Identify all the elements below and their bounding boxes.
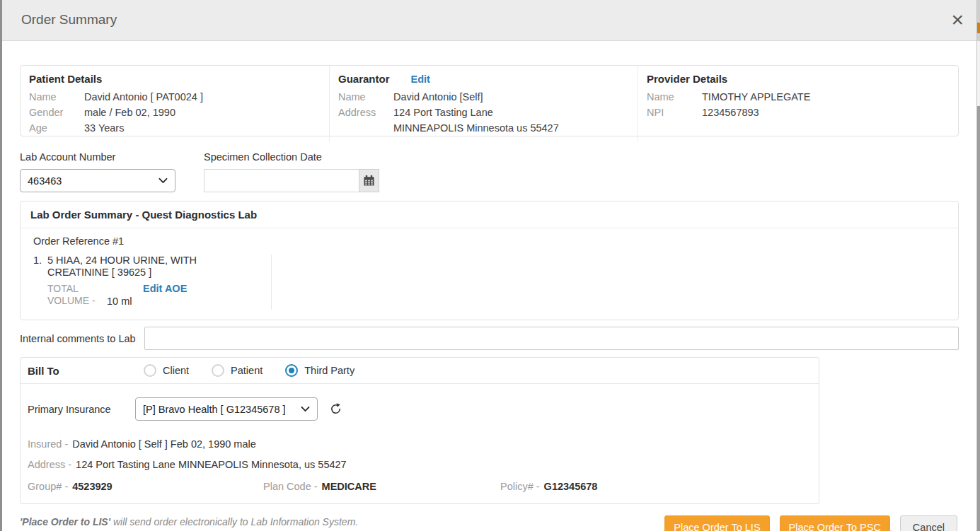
page-title: Order Summary (21, 12, 117, 28)
radio-option-patient[interactable]: Patient (212, 364, 263, 377)
plan-code-label: Plan Code - (263, 481, 318, 492)
modal-header: Order Summary × (2, 0, 976, 41)
bill-to-box: Bill To Client Patient Third Party (20, 357, 819, 504)
modal-content: Patient Details Name David Antonio [ PAT… (2, 65, 976, 531)
patient-age-label: Age (29, 120, 84, 136)
provider-npi-value: 1234567893 (702, 105, 759, 120)
group-number-value: 4523929 (72, 481, 112, 492)
guarantor-edit-link[interactable]: Edit (411, 74, 430, 85)
order-summary-modal: Order Summary × Patient Details Name Dav… (2, 0, 977, 531)
provider-name-value: TIMOTHY APPLEGATE (702, 89, 810, 105)
insurance-address-label: Address - (28, 458, 71, 471)
guarantor-name-label: Name (338, 89, 393, 105)
lab-order-summary-title: Lab Order Summary - Quest Diagnostics La… (21, 202, 958, 228)
internal-comments-label: Internal comments to Lab (20, 333, 144, 344)
refresh-icon (329, 402, 342, 416)
provider-npi-label: NPI (647, 105, 702, 120)
total-volume-value: 10 ml (107, 296, 132, 307)
primary-insurance-row: Primary Insurance [P] Bravo Health [ G12… (28, 397, 812, 421)
internal-comments-input[interactable] (144, 327, 959, 350)
order-item-name: 5 HIAA, 24 HOUR URINE, WITH CREATININE [… (47, 255, 202, 279)
bill-to-header: Bill To Client Patient Third Party (21, 358, 819, 384)
specimen-date-field: Specimen Collection Date (204, 151, 379, 192)
patient-name-row: Name David Antonio [ PAT0024 ] (29, 89, 321, 105)
provider-name-label: Name (647, 89, 702, 105)
refresh-insurance-button[interactable] (329, 402, 342, 416)
radio-third-party-label: Third Party (304, 365, 354, 376)
page-edge-left (0, 0, 2, 531)
total-volume-row: TOTAL VOLUME - 10 ml Edit AOE (47, 283, 202, 307)
lab-order-summary-body: Order Reference #1 1. 5 HIAA, 24 HOUR UR… (21, 228, 958, 320)
patient-name-value: David Antonio [ PAT0024 ] (84, 89, 203, 105)
lab-account-select[interactable]: 463463 (20, 169, 175, 192)
patient-gender-row: Gender male / Feb 02, 1990 (29, 105, 321, 120)
insurance-address-value: 124 Port Tasting Lane MINNEAPOLIS Minnes… (76, 458, 347, 471)
patient-age-value: 33 Years (84, 120, 124, 136)
chevron-down-icon (301, 406, 310, 412)
insured-label: Insured - (28, 438, 68, 450)
primary-insurance-selected-value: [P] Bravo Health [ G12345678 ] (143, 404, 301, 415)
patient-age-row: Age 33 Years (29, 120, 321, 136)
radio-third-party-icon (285, 364, 298, 377)
place-order-to-psc-button[interactable]: Place Order To PSC (780, 515, 890, 531)
primary-insurance-label: Primary Insurance (28, 404, 135, 415)
provider-npi-row: NPI 1234567893 (647, 105, 950, 120)
guarantor-name-value: David Antonio [Self] (393, 89, 483, 105)
radio-option-client[interactable]: Client (144, 364, 189, 377)
order-item-index: 1. (33, 255, 47, 310)
policy-number-value: G12345678 (544, 481, 598, 492)
specimen-date-input[interactable] (204, 169, 359, 192)
footer-note-lis: 'Place Order to LIS' will send order ele… (20, 515, 664, 529)
controls-row: Lab Account Number 463463 Specimen Colle… (20, 151, 959, 192)
patient-gender-label: Gender (29, 105, 84, 120)
lab-order-summary-box: Lab Order Summary - Quest Diagnostics La… (20, 201, 959, 320)
specimen-date-label: Specimen Collection Date (204, 151, 379, 163)
insurance-address-line: Address - 124 Port Tasting Lane MINNEAPO… (28, 458, 812, 471)
cancel-button[interactable]: Cancel (900, 515, 957, 531)
insured-value: David Antonio [ Self ] Feb 02, 1990 male (72, 438, 256, 450)
provider-name-row: Name TIMOTHY APPLEGATE (647, 89, 950, 105)
patient-gender-value: male / Feb 02, 1990 (84, 105, 175, 120)
group-number-label: Group# - (28, 481, 68, 492)
radio-client-icon (144, 364, 156, 377)
footer-notes: 'Place Order to LIS' will send order ele… (20, 515, 664, 531)
footer: 'Place Order to LIS' will send order ele… (20, 515, 959, 531)
scrollbar-track[interactable] (977, 106, 980, 531)
edit-aoe-link[interactable]: Edit AOE (143, 283, 187, 294)
bill-to-body: Primary Insurance [P] Bravo Health [ G12… (21, 397, 819, 503)
bill-to-radio-group: Client Patient Third Party (144, 364, 354, 377)
patient-details-section: Patient Details Name David Antonio [ PAT… (21, 66, 330, 141)
page-edge-right-orange (977, 23, 980, 33)
primary-insurance-select[interactable]: [P] Bravo Health [ G12345678 ] (135, 397, 318, 421)
patient-details-title: Patient Details (29, 73, 102, 85)
calendar-button[interactable] (359, 169, 379, 192)
radio-client-label: Client (163, 365, 189, 376)
lab-account-field: Lab Account Number 463463 (20, 151, 175, 192)
order-reference: Order Reference #1 (33, 235, 958, 247)
lab-account-label: Lab Account Number (20, 151, 175, 163)
insured-line: Insured - David Antonio [ Self ] Feb 02,… (28, 438, 812, 450)
radio-patient-icon (212, 364, 224, 377)
info-panel: Patient Details Name David Antonio [ PAT… (20, 65, 959, 136)
guarantor-name-row: Name David Antonio [Self] (338, 89, 629, 105)
provider-details-section: Provider Details Name TIMOTHY APPLEGATE … (638, 66, 958, 141)
patient-name-label: Name (29, 89, 84, 105)
radio-patient-label: Patient (231, 365, 263, 376)
guarantor-address-line2: MINNEAPOLIS Minnesota us 55427 (393, 120, 559, 136)
guarantor-address-line1: 124 Port Tasting Lane (393, 105, 559, 120)
guarantor-address-label: Address (338, 105, 393, 136)
radio-option-third-party[interactable]: Third Party (285, 364, 354, 377)
page-edge-right (977, 0, 980, 531)
order-item: 1. 5 HIAA, 24 HOUR URINE, WITH CREATININ… (33, 255, 272, 310)
close-icon[interactable]: × (951, 6, 964, 33)
lab-account-selected-value: 463463 (28, 175, 158, 187)
bill-to-title: Bill To (28, 365, 144, 377)
policy-number-label: Policy# - (500, 481, 540, 492)
guarantor-title: Guarantor (338, 73, 390, 85)
provider-details-title: Provider Details (647, 73, 727, 85)
total-volume-label: TOTAL VOLUME - (47, 283, 103, 307)
internal-comments-row: Internal comments to Lab (20, 327, 959, 350)
page-edge-right-top (977, 0, 980, 41)
guarantor-address-row: Address 124 Port Tasting Lane MINNEAPOLI… (338, 105, 629, 136)
place-order-to-lis-button[interactable]: Place Order To LIS (664, 515, 769, 531)
